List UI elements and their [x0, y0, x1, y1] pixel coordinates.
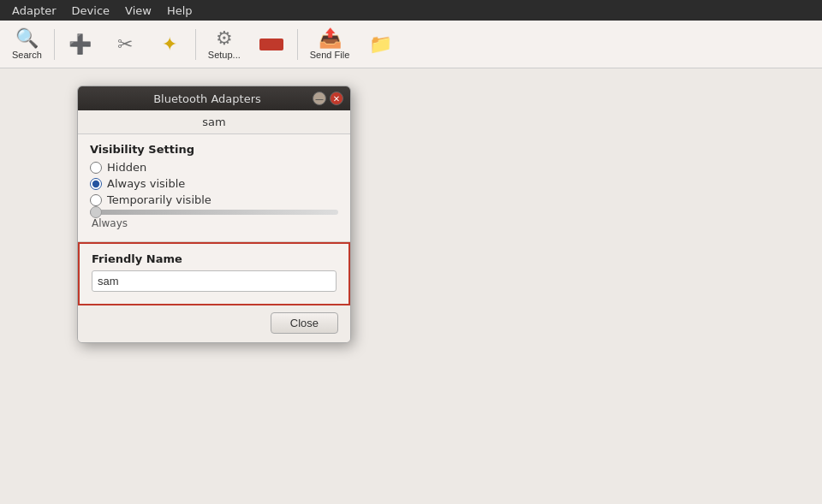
close-button[interactable]: Close: [271, 312, 338, 334]
dialog-titlebar: Bluetooth Adapters — ✕: [78, 86, 350, 110]
slider-label: Always: [90, 217, 128, 229]
color-block-button[interactable]: [251, 35, 292, 54]
slider-track: [90, 210, 338, 215]
visibility-section: Visibility Setting Hidden Always visible…: [78, 134, 350, 242]
remove-device-button[interactable]: ✂: [104, 32, 146, 57]
search-label: Search: [12, 50, 42, 60]
radio-hidden-label: Hidden: [107, 161, 146, 174]
new-button[interactable]: ✦: [149, 32, 190, 57]
radio-temporary-input[interactable]: [90, 194, 102, 206]
send-file-label: Send File: [310, 50, 349, 60]
toolbar-separator-2: [195, 29, 196, 60]
dialog-footer: Close: [78, 305, 350, 342]
radio-always-label: Always visible: [107, 177, 185, 190]
slider-area: Always: [90, 206, 338, 231]
radio-hidden-input[interactable]: [90, 162, 102, 174]
friendly-name-label: Friendly Name: [92, 252, 337, 265]
slider-thumb[interactable]: [90, 206, 102, 218]
visibility-section-title: Visibility Setting: [90, 143, 338, 156]
radio-hidden[interactable]: Hidden: [90, 161, 338, 174]
color-rect-icon: [259, 39, 283, 50]
menu-view[interactable]: View: [118, 3, 158, 19]
search-button[interactable]: 🔍 Search: [5, 26, 49, 63]
send-file-button[interactable]: 📤 Send File: [303, 26, 356, 63]
toolbar: 🔍 Search ➕ ✂ ✦ ⚙ Setup... 📤 Send File 📁: [0, 21, 822, 68]
menu-help[interactable]: Help: [160, 3, 200, 19]
friendly-name-section: Friendly Name: [78, 242, 350, 305]
radio-temporary[interactable]: Temporarily visible: [90, 193, 338, 206]
dialog-title: Bluetooth Adapters: [102, 92, 313, 105]
friendly-name-input[interactable]: [92, 270, 337, 292]
setup-label: Setup...: [208, 50, 241, 60]
toolbar-separator-1: [54, 29, 55, 60]
search-icon: 🔍: [15, 29, 39, 48]
folder-icon: 📁: [369, 35, 392, 54]
add-icon: ➕: [68, 35, 92, 54]
radio-always-input[interactable]: [90, 178, 102, 190]
setup-button[interactable]: ⚙ Setup...: [201, 26, 247, 63]
gear-icon: ⚙: [216, 29, 233, 48]
visibility-radio-group: Hidden Always visible Temporarily visibl…: [90, 161, 338, 206]
radio-always[interactable]: Always visible: [90, 177, 338, 190]
star-icon: ✦: [162, 35, 177, 54]
toolbar-separator-3: [297, 29, 298, 60]
radio-temporary-label: Temporarily visible: [107, 193, 211, 206]
menu-adapter[interactable]: Adapter: [5, 3, 63, 19]
dialog-minimize-button[interactable]: —: [313, 92, 326, 105]
adapter-tab[interactable]: sam: [78, 110, 350, 134]
dialog-close-button[interactable]: ✕: [330, 92, 343, 105]
send-icon: 📤: [319, 29, 342, 48]
add-device-button[interactable]: ➕: [60, 32, 101, 57]
dialog-controls: — ✕: [313, 92, 343, 105]
menubar: Adapter Device View Help: [0, 0, 822, 21]
menu-device[interactable]: Device: [65, 3, 116, 19]
folder-button[interactable]: 📁: [360, 32, 401, 57]
main-content: Bluetooth Adapters — ✕ sam Visibility Se…: [0, 68, 822, 504]
scissors-icon: ✂: [117, 35, 133, 54]
bluetooth-adapters-dialog: Bluetooth Adapters — ✕ sam Visibility Se…: [77, 86, 351, 343]
